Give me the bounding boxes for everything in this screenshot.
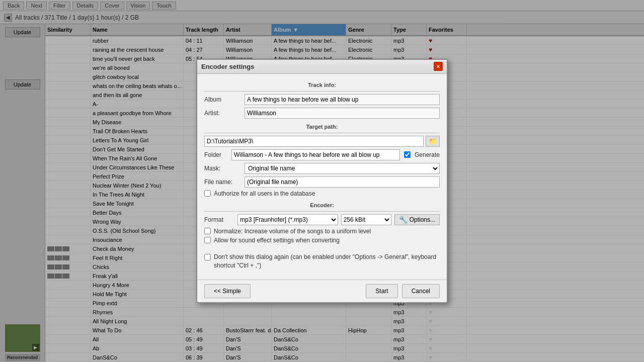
path-input[interactable] (204, 136, 424, 147)
browse-button[interactable]: 📁 (426, 136, 440, 147)
dialog-titlebar: Encoder settings × (197, 60, 447, 74)
authorize-row: Authorize for all users in the database (204, 190, 440, 197)
folder-input[interactable] (231, 149, 400, 160)
sound-effect-row: Allow for sound effect settings when con… (204, 237, 440, 244)
footer-right-buttons: Start Cancel (366, 284, 440, 298)
options-label: Options... (410, 216, 435, 223)
filename-row: File name: (204, 176, 440, 188)
authorize-label: Authorize for all users in the database (214, 190, 315, 197)
artist-label: Artist: (204, 110, 245, 117)
dont-show-row: Don't show this dialog again (can be ena… (204, 253, 440, 270)
dont-show-label: Don't show this dialog again (can be ena… (214, 253, 440, 270)
normalize-label: Normalize: Increase volume of the songs … (214, 228, 371, 235)
cancel-button[interactable]: Cancel (402, 284, 440, 298)
simple-button[interactable]: << Simple (204, 284, 251, 298)
normalize-row: Normalize: Increase volume of the songs … (204, 228, 440, 235)
modal-overlay: Encoder settings × Track info: Album Art… (0, 0, 644, 362)
encoder-section-label: Encoder: (204, 202, 440, 208)
normalize-checkbox[interactable] (204, 228, 211, 234)
path-row: 📁 (204, 136, 440, 147)
mask-row: Mask: Original file name (204, 163, 440, 174)
album-row: Album (204, 94, 440, 105)
generate-checkbox[interactable] (404, 151, 411, 158)
album-label: Album (204, 96, 245, 103)
sound-effect-checkbox[interactable] (204, 237, 211, 243)
start-button[interactable]: Start (366, 284, 397, 298)
dialog-title: Encoder settings (201, 63, 254, 70)
dont-show-checkbox[interactable] (204, 254, 211, 260)
target-path-section-label: Target path: (204, 124, 440, 130)
artist-row: Artist: (204, 108, 440, 119)
format-select[interactable]: mp3 [Fraunhofer] (*.mp3) (237, 214, 338, 225)
authorize-checkbox[interactable] (204, 190, 211, 197)
sound-effect-label: Allow for sound effect settings when con… (214, 237, 340, 244)
filename-input[interactable] (245, 176, 440, 188)
dialog-close-button[interactable]: × (434, 62, 443, 71)
wrench-icon: 🔧 (399, 216, 408, 224)
bitrate-select[interactable]: 256 kBit (341, 214, 391, 225)
album-input[interactable] (245, 94, 440, 105)
dialog-footer: << Simple Start Cancel (197, 280, 447, 302)
encoder-dialog: Encoder settings × Track info: Album Art… (196, 59, 448, 304)
options-button[interactable]: 🔧 Options... (394, 214, 440, 225)
track-info-section-label: Track info: (204, 82, 440, 88)
mask-label: Mask: (204, 165, 245, 172)
mask-select[interactable]: Original file name (245, 163, 440, 174)
format-label: Format (204, 216, 234, 223)
format-row: Format mp3 [Fraunhofer] (*.mp3) 256 kBit… (204, 214, 440, 225)
folder-row: Folder Generate (204, 149, 440, 160)
folder-icon: 📁 (429, 137, 437, 145)
generate-label: Generate (415, 151, 440, 158)
dialog-body: Track info: Album Artist: Target path: 📁 (197, 74, 447, 277)
folder-label: Folder (204, 151, 229, 158)
artist-input[interactable] (245, 108, 440, 119)
filename-label: File name: (204, 178, 245, 186)
